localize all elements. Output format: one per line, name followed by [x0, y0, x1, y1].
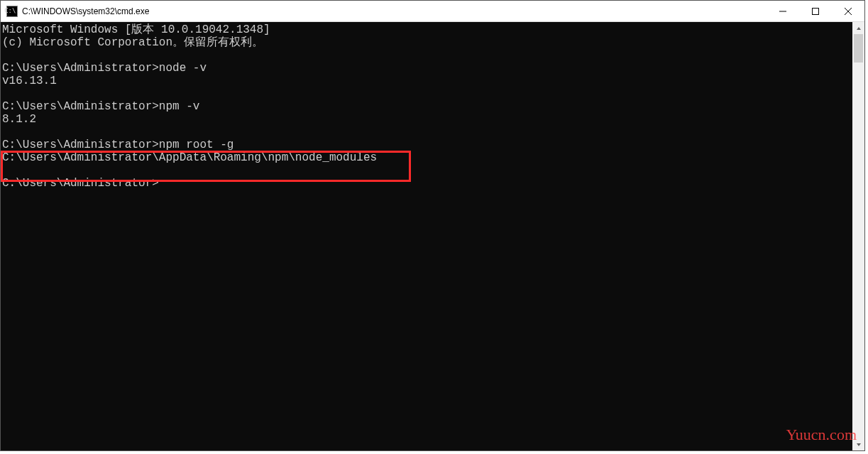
- app-icon-text: C:\.: [4, 8, 20, 14]
- cmd-window: C:\. C:\WINDOWS\system32\cmd.exe Microso…: [0, 0, 865, 451]
- minimize-button[interactable]: [767, 1, 799, 21]
- svg-marker-4: [857, 27, 861, 30]
- maximize-button[interactable]: [799, 1, 832, 21]
- chevron-down-icon: [856, 442, 862, 448]
- terminal-output[interactable]: Microsoft Windows [版本 10.0.19042.1348] (…: [1, 22, 852, 450]
- window-controls: [767, 1, 864, 21]
- scroll-thumb[interactable]: [854, 34, 863, 63]
- svg-rect-1: [813, 8, 819, 14]
- vertical-scrollbar[interactable]: [852, 22, 864, 450]
- app-icon: C:\.: [6, 6, 18, 17]
- window-title: C:\WINDOWS\system32\cmd.exe: [22, 6, 767, 16]
- terminal-area: Microsoft Windows [版本 10.0.19042.1348] (…: [1, 22, 864, 450]
- scroll-up-button[interactable]: [852, 22, 864, 34]
- scroll-track[interactable]: [852, 34, 864, 438]
- minimize-icon: [779, 8, 786, 15]
- scroll-down-button[interactable]: [852, 438, 864, 450]
- svg-marker-5: [857, 443, 861, 446]
- close-button[interactable]: [832, 1, 864, 21]
- chevron-up-icon: [856, 26, 862, 31]
- close-icon: [845, 8, 852, 15]
- maximize-icon: [812, 8, 819, 15]
- titlebar[interactable]: C:\. C:\WINDOWS\system32\cmd.exe: [1, 1, 864, 22]
